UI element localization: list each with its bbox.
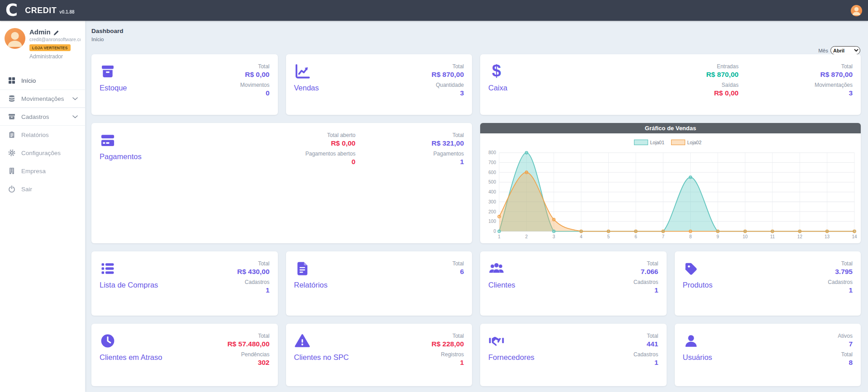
card-title-link[interactable]: Pagamentos	[100, 152, 142, 161]
sidebar-menu: InícioMovimentaçõesCadastrosRelatóriosCo…	[0, 71, 85, 198]
stat-label: Pendências	[241, 351, 270, 358]
card-produtos[interactable]: ProdutosTotal3.795Cadastros1	[675, 251, 861, 316]
sidebar-item-cadastros[interactable]: Cadastros	[0, 108, 85, 126]
sidebar-item-label: Sair	[21, 186, 32, 193]
card-title-link[interactable]: Estoque	[100, 84, 127, 92]
card-title-link[interactable]: Usuários	[683, 353, 712, 362]
svg-text:100: 100	[488, 219, 496, 224]
stat-value: 0	[352, 158, 356, 166]
sidebar-item-relatorios[interactable]: Relatórios	[0, 126, 85, 144]
profile-section: Admin credit@anronsoftware.co... LOJA VE…	[0, 21, 85, 64]
person-icon	[851, 5, 862, 16]
warning-icon	[294, 333, 310, 349]
svg-text:4: 4	[580, 234, 582, 239]
stat-value: 7	[849, 340, 853, 348]
main-content: Dashboard Início Mês Abril EstoqueTotalR…	[85, 21, 868, 392]
edit-profile-icon[interactable]	[53, 29, 59, 35]
svg-text:8: 8	[689, 234, 692, 239]
stat-value: R$ 57.480,00	[227, 340, 269, 348]
card-vendas[interactable]: VendasTotalR$ 870,00Quantidade3	[286, 54, 472, 115]
cards-grid: EstoqueTotalR$ 0,00Movimentos0VendasTota…	[91, 54, 861, 386]
stat-label: Total	[841, 260, 853, 267]
card-title-link[interactable]: Clientes em Atraso	[100, 353, 162, 362]
card-clientes-no-spc[interactable]: Clientes no SPCTotalR$ 228,00Registros1	[286, 324, 472, 386]
stat-value: 0	[266, 89, 270, 97]
dollar-icon: $	[488, 63, 505, 80]
card-estoque[interactable]: EstoqueTotalR$ 0,00Movimentos0	[91, 54, 278, 115]
svg-text:200: 200	[488, 209, 496, 214]
stat-label: Total	[258, 333, 269, 339]
stat-value: 7.066	[641, 268, 658, 276]
profile-avatar[interactable]	[5, 28, 25, 49]
card-pagamentos[interactable]: PagamentosTotal abertoR$ 0,00Pagamentos …	[91, 123, 472, 243]
card-title-link[interactable]: Lista de Compras	[100, 281, 158, 289]
card-title-link[interactable]: Vendas	[294, 84, 319, 92]
card-title-link[interactable]: Produtos	[683, 281, 713, 289]
svg-text:Loja02: Loja02	[687, 140, 702, 145]
card-clientes[interactable]: ClientesTotal7.066Cadastros1	[480, 251, 667, 316]
card-title-link[interactable]: Clientes no SPC	[294, 353, 349, 362]
relatorios-icon	[8, 131, 15, 138]
stat-value: R$ 0,00	[331, 139, 355, 147]
empresa-icon	[8, 167, 15, 175]
svg-text:500: 500	[488, 179, 496, 184]
stat-label: Total	[258, 63, 269, 70]
svg-text:3: 3	[553, 234, 555, 239]
card-usuarios[interactable]: UsuáriosAtivos7Total8	[675, 324, 861, 386]
card-title-link[interactable]: Relatórios	[294, 281, 328, 289]
month-select[interactable]: Abril	[830, 46, 860, 55]
svg-text:700: 700	[488, 160, 496, 165]
card-title-link[interactable]: Clientes	[488, 281, 515, 289]
inicio-icon	[8, 77, 15, 84]
breadcrumb: Início	[91, 37, 868, 42]
stat-label: Quantidade	[436, 82, 464, 88]
user-avatar-button[interactable]	[851, 5, 862, 16]
stat-label: Total	[453, 333, 464, 339]
user-email: credit@anronsoftware.co...	[29, 37, 81, 42]
stat-label: Total	[647, 260, 658, 267]
credit-card-icon	[100, 132, 116, 148]
chart-line-icon	[294, 63, 310, 80]
card-relatorios[interactable]: RelatóriosTotal6	[286, 251, 472, 316]
stat-value: 3	[460, 89, 464, 97]
stat-label: Total	[453, 63, 464, 70]
stat-value: R$ 870,00	[820, 71, 853, 79]
chart-title: Gráfico de Vendas	[480, 123, 861, 133]
svg-text:300: 300	[488, 199, 496, 204]
stat-value: 3	[849, 89, 853, 97]
card-title-link[interactable]: Fornecedores	[488, 353, 534, 362]
card-title-link[interactable]: Caixa	[488, 84, 507, 92]
cadastros-icon	[8, 113, 15, 120]
person-icon	[5, 28, 25, 49]
svg-text:12: 12	[797, 234, 803, 239]
stat-value: R$ 870,00	[431, 71, 464, 79]
stat-label: Cadastros	[828, 279, 853, 285]
app-logo: C	[5, 0, 18, 21]
sidebar-item-label: Início	[21, 77, 36, 84]
sales-chart: 0100200300400500600700800123456789101112…	[480, 133, 861, 243]
card-lista-de-compras[interactable]: Lista de ComprasTotalR$ 430,00Cadastros1	[91, 251, 278, 316]
user-role: Administrador	[29, 53, 81, 60]
svg-text:800: 800	[488, 150, 496, 155]
stat-label: Total	[453, 132, 464, 138]
card-clientes-em-atraso[interactable]: Clientes em AtrasoTotalR$ 57.480,00Pendê…	[91, 324, 278, 386]
stat-label: Entradas	[717, 63, 739, 70]
svg-text:5: 5	[607, 234, 610, 239]
stat-label: Ativos	[838, 333, 853, 339]
svg-text:10: 10	[743, 234, 748, 239]
stat-value: 1	[460, 359, 464, 367]
store-badge: LOJA VERTENTES	[29, 44, 71, 51]
users-icon	[488, 260, 505, 277]
sidebar-item-label: Configurações	[21, 150, 61, 156]
sidebar-item-movimentacoes[interactable]: Movimentações	[0, 90, 85, 108]
card-fornecedores[interactable]: FornecedoresTotal441Cadastros1	[480, 324, 667, 386]
card-caixa[interactable]: $CaixaEntradasR$ 870,00SaídasR$ 0,00Tota…	[480, 54, 861, 115]
sidebar-item-configuracoes[interactable]: Configurações	[0, 144, 85, 162]
sidebar-item-inicio[interactable]: Início	[0, 71, 85, 90]
stat-label: Pagamentos abertos	[305, 151, 356, 157]
svg-text:600: 600	[488, 170, 496, 175]
sidebar-item-sair[interactable]: Sair	[0, 180, 85, 198]
stat-value: R$ 0,00	[245, 71, 269, 79]
sidebar-item-label: Cadastros	[21, 113, 49, 120]
sidebar-item-empresa[interactable]: Empresa	[0, 162, 85, 180]
